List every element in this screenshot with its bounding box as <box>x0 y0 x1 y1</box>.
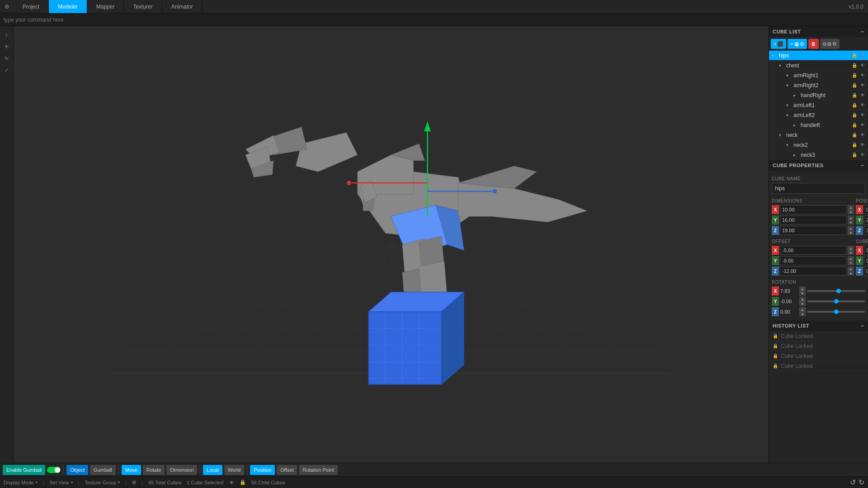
command-input[interactable] <box>4 17 864 23</box>
rot-z-stepper[interactable]: ▲▼ <box>799 307 806 316</box>
tree-chevron-armRight2[interactable]: ▾ <box>786 83 793 88</box>
tree-chevron-hips[interactable]: ▾ <box>772 53 778 58</box>
tree-lock-icon-armLeft1[interactable]: 🔒 <box>851 102 858 109</box>
dim-x-axis-btn[interactable]: X <box>772 205 779 214</box>
settings-icon[interactable]: ⚙ <box>0 0 14 14</box>
tab-texturer[interactable]: Texturer <box>124 0 162 13</box>
tree-eye-icon-armLeft1[interactable]: 👁 <box>859 102 866 109</box>
rot-y-axis-btn[interactable]: Y <box>772 297 779 306</box>
dim-y-input[interactable] <box>780 216 847 225</box>
tree-chevron-neck2[interactable]: ▾ <box>786 143 793 147</box>
grow-x-axis-btn[interactable]: X <box>856 246 863 255</box>
eye-icon-item[interactable]: 👁 <box>229 480 234 485</box>
pos-z-input[interactable] <box>864 226 868 235</box>
tree-eye-icon-handleft[interactable]: 👁 <box>859 122 866 129</box>
tree-item-armLeft2[interactable]: ▾armLeft2🔒👁 <box>769 110 868 120</box>
grid-icon-item[interactable]: ⊞ <box>132 479 136 485</box>
off-z-stepper[interactable]: ▲▼ <box>848 267 854 276</box>
off-x-axis-btn[interactable]: X <box>772 246 779 255</box>
tree-lock-icon-handRight[interactable]: 🔒 <box>851 92 858 99</box>
object-btn[interactable]: Object <box>66 465 88 475</box>
tab-modeler[interactable]: Modeler <box>49 0 87 13</box>
dim-x-input[interactable] <box>780 205 847 214</box>
off-y-stepper[interactable]: ▲▼ <box>848 256 854 265</box>
position-btn[interactable]: Position <box>250 465 275 475</box>
add-group-btn[interactable]: + ▦ ⚙ <box>788 39 807 49</box>
tree-lock-icon-handleft[interactable]: 🔒 <box>851 122 858 129</box>
tree-eye-icon-hips[interactable]: 👁 <box>859 52 866 59</box>
off-z-input[interactable] <box>780 267 847 276</box>
tree-eye-icon-armRight2[interactable]: 👁 <box>859 82 866 89</box>
rot-x-slider[interactable] <box>807 290 865 292</box>
tree-item-handleft[interactable]: ▸handleft🔒👁 <box>769 120 868 130</box>
tree-eye-icon-armLeft2[interactable]: 👁 <box>859 112 866 119</box>
off-x-input[interactable] <box>780 246 847 255</box>
grow-x-input[interactable] <box>864 246 868 255</box>
history-item-2[interactable]: 🔒Cube Locked <box>769 351 868 361</box>
tool-rotate[interactable]: ↻ <box>2 53 12 63</box>
tree-item-neck3[interactable]: ▸neck3🔒👁 <box>769 150 868 160</box>
texture-group-item[interactable]: Texture Group ▾ <box>85 480 120 485</box>
tree-eye-icon-handRight[interactable]: 👁 <box>859 92 866 99</box>
tab-project[interactable]: Project <box>14 0 49 13</box>
tab-mapper[interactable]: Mapper <box>87 0 124 13</box>
history-item-1[interactable]: 🔒Cube Locked <box>769 341 868 351</box>
cube-list-collapse-btn[interactable]: − <box>860 28 864 35</box>
redo-btn[interactable]: ↻ <box>859 478 864 487</box>
dim-y-axis-btn[interactable]: Y <box>772 216 779 225</box>
add-cube-btn[interactable]: + ⬛ <box>771 39 786 49</box>
tree-item-armLeft1[interactable]: ▾armLeft1🔒👁 <box>769 100 868 110</box>
pos-x-input[interactable] <box>864 205 868 214</box>
tree-eye-icon-armRight1[interactable]: 👁 <box>859 72 866 79</box>
dim-y-stepper[interactable]: ▲▼ <box>848 216 854 225</box>
cube-props-collapse-btn[interactable]: − <box>860 162 864 169</box>
local-btn[interactable]: Local <box>203 465 222 475</box>
tree-item-armRight2[interactable]: ▾armRight2🔒👁 <box>769 80 868 90</box>
dim-z-stepper[interactable]: ▲▼ <box>848 226 854 235</box>
dim-x-stepper[interactable]: ▲▼ <box>848 205 854 214</box>
off-y-input[interactable] <box>780 256 847 265</box>
gumball-toggle[interactable] <box>47 467 61 473</box>
tree-chevron-armLeft1[interactable]: ▾ <box>786 103 793 108</box>
tree-eye-icon-chest[interactable]: 👁 <box>859 62 866 69</box>
pos-x-axis-btn[interactable]: X <box>856 205 863 214</box>
tree-item-neck[interactable]: ▾neck🔒👁 <box>769 130 868 140</box>
rot-y-slider[interactable] <box>807 300 865 302</box>
pos-y-input[interactable] <box>864 216 868 225</box>
tool-select[interactable]: ⊹ <box>2 30 12 40</box>
tree-lock-icon-neck[interactable]: 🔒 <box>851 131 858 139</box>
tree-chevron-neck3[interactable]: ▸ <box>793 153 800 157</box>
move-btn[interactable]: Move <box>122 465 141 475</box>
tree-lock-icon-hips[interactable]: 🔒 <box>851 52 858 59</box>
history-collapse-btn[interactable]: − <box>860 322 864 329</box>
gumball-btn[interactable]: Gumball <box>90 465 116 475</box>
rot-x-stepper[interactable]: ▲▼ <box>799 286 806 296</box>
tree-chevron-armLeft2[interactable]: ▾ <box>786 113 793 117</box>
viewport[interactable] <box>14 26 769 463</box>
tree-lock-icon-neck2[interactable]: 🔒 <box>851 141 858 149</box>
delete-btn[interactable]: 🗑 <box>808 39 819 49</box>
tree-item-armRight1[interactable]: ▾armRight1🔒👁 <box>769 70 868 80</box>
history-item-0[interactable]: 🔒Cube Locked <box>769 331 868 341</box>
tree-chevron-neck[interactable]: ▾ <box>779 133 785 137</box>
cube-name-input[interactable] <box>772 183 865 194</box>
history-item-3[interactable]: 🔒Cube Locked <box>769 361 868 371</box>
pos-y-axis-btn[interactable]: Y <box>856 216 863 225</box>
rotation-point-btn[interactable]: Rotation Point <box>299 465 337 475</box>
tool-move[interactable]: ✛ <box>2 42 12 52</box>
tree-lock-icon-armRight2[interactable]: 🔒 <box>851 82 858 89</box>
lock-icon-item[interactable]: 🔒 <box>240 479 246 485</box>
tool-scale[interactable]: ⤢ <box>2 65 12 75</box>
tree-item-neck2[interactable]: ▾neck2🔒👁 <box>769 140 868 150</box>
pos-z-axis-btn[interactable]: Z <box>856 226 863 235</box>
tree-lock-icon-armRight1[interactable]: 🔒 <box>851 72 858 79</box>
display-mode-item[interactable]: Display Mode ▾ <box>4 480 38 485</box>
tree-chevron-armRight1[interactable]: ▾ <box>786 73 793 78</box>
tree-eye-icon-neck2[interactable]: 👁 <box>859 141 866 149</box>
tree-item-handRight[interactable]: ▸handRight🔒👁 <box>769 90 868 100</box>
rot-z-slider[interactable] <box>807 311 865 313</box>
tree-item-hips[interactable]: ▾hips🔒👁 <box>769 51 868 61</box>
world-btn[interactable]: World <box>224 465 245 475</box>
dim-z-input[interactable] <box>780 226 847 235</box>
tree-chevron-handRight[interactable]: ▸ <box>793 93 800 98</box>
